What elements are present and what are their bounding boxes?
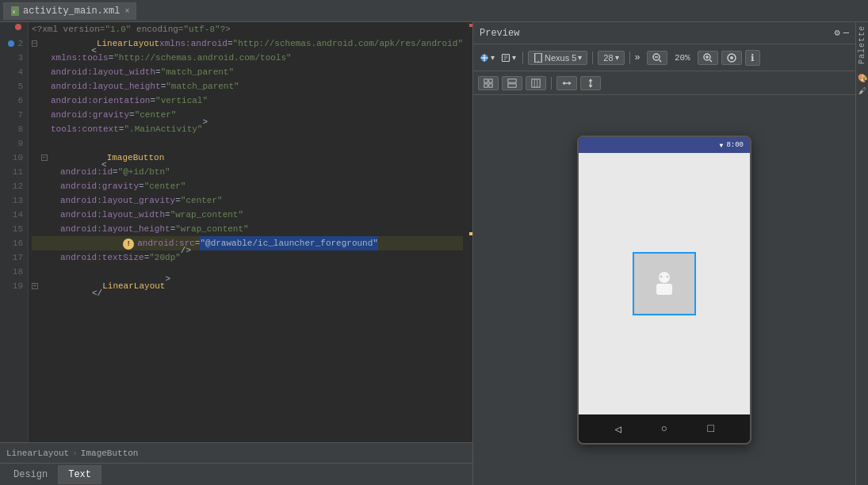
code-line-3: xmlns:tools="http://schemas.android.com/… bbox=[32, 51, 463, 65]
breadcrumb-separator: › bbox=[72, 449, 78, 458]
code-line-13: android:layout_gravity="center" bbox=[32, 193, 463, 208]
breadcrumb-imagebutton[interactable]: ImageButton bbox=[81, 449, 139, 458]
svg-point-33 bbox=[660, 276, 663, 278]
preview-title: Preview bbox=[480, 28, 519, 39]
svg-rect-21 bbox=[532, 78, 540, 86]
svg-line-12 bbox=[709, 59, 712, 62]
device-selector[interactable]: Nexus 5 ▾ bbox=[528, 51, 587, 65]
preview-toolbar-2 bbox=[473, 71, 855, 95]
preview-header: Preview ⚙ — bbox=[473, 22, 855, 44]
line-5: 5 bbox=[5, 79, 23, 94]
line-7: 7 bbox=[5, 108, 23, 122]
editor-area: 1 2 3 4 5 6 7 8 9 10 11 12 13 14 15 bbox=[0, 22, 472, 485]
file-tab[interactable]: X activity_main.xml × bbox=[3, 2, 136, 20]
code-line-4: android:layout_width="match_parent" bbox=[32, 65, 463, 79]
code-line-7: android:gravity="center" bbox=[32, 108, 463, 122]
horizontal-constraint-button[interactable] bbox=[556, 76, 577, 90]
preview-content: ▼ 8:00 bbox=[473, 95, 855, 485]
phone-mockup: ▼ 8:00 bbox=[577, 136, 751, 445]
info-button[interactable]: ℹ bbox=[745, 50, 760, 66]
line-9: 9 bbox=[5, 136, 23, 151]
api-selector[interactable]: 28 ▾ bbox=[598, 51, 624, 65]
line-numbers: 1 2 3 4 5 6 7 8 9 10 11 12 13 14 15 bbox=[0, 22, 29, 442]
editor-breadcrumb: LinearLayout › ImageButton bbox=[0, 442, 472, 463]
device-name: Nexus 5 bbox=[545, 53, 576, 63]
svg-marker-26 bbox=[569, 81, 572, 85]
svg-point-34 bbox=[667, 276, 669, 278]
svg-point-14 bbox=[730, 56, 733, 59]
code-line-10: − <ImageButton bbox=[32, 151, 463, 165]
code-line-5: android:layout_height="match_parent" bbox=[32, 79, 463, 94]
code-content[interactable]: <?xml version="1.0" encoding="utf-8"?> −… bbox=[29, 22, 466, 442]
phone-image-button bbox=[633, 252, 696, 315]
preview-pin-icon[interactable]: — bbox=[843, 28, 849, 39]
line-14: 14 bbox=[5, 208, 23, 222]
line-3: 3 bbox=[5, 51, 23, 65]
palette-sidebar: Palette 🎨 🖌 bbox=[855, 22, 868, 485]
grid-button-2[interactable] bbox=[502, 76, 522, 90]
error-dot-1 bbox=[15, 24, 21, 30]
more-options-icon[interactable]: » bbox=[635, 52, 640, 63]
palette-label: Palette bbox=[858, 25, 866, 64]
zoom-in-button[interactable] bbox=[698, 51, 718, 65]
phone-nav-bar: ◁ ○ □ bbox=[579, 414, 750, 443]
wifi-icon: ▼ bbox=[720, 142, 724, 149]
line-8: 8 bbox=[5, 122, 23, 136]
svg-marker-29 bbox=[588, 85, 592, 87]
breadcrumb-linearlayout[interactable]: LinearLayout bbox=[6, 449, 69, 458]
svg-rect-15 bbox=[484, 78, 488, 82]
fold-icon-19[interactable]: + bbox=[32, 283, 38, 289]
code-line-6: android:orientation="vertical" bbox=[32, 94, 463, 108]
line-10: 10 bbox=[5, 151, 23, 165]
line-12: 12 bbox=[5, 179, 23, 193]
palette-icon-1[interactable]: 🎨 bbox=[858, 74, 867, 83]
right-gutter bbox=[466, 22, 472, 442]
vertical-constraint-button[interactable] bbox=[580, 76, 601, 90]
line-6: 6 bbox=[5, 94, 23, 108]
line-11: 11 bbox=[5, 165, 23, 179]
line-17: 17 bbox=[5, 250, 23, 265]
line-4: 4 bbox=[5, 65, 23, 79]
warning-icon-16: ! bbox=[123, 239, 134, 250]
tab-bar: X activity_main.xml × bbox=[0, 0, 868, 22]
code-line-2: − <LinearLayout xmlns:android="http://sc… bbox=[32, 36, 463, 51]
gutter-error-top bbox=[469, 24, 472, 27]
home-nav-icon: ○ bbox=[661, 422, 667, 435]
fit-screen-button[interactable] bbox=[721, 51, 742, 65]
svg-line-8 bbox=[659, 59, 661, 62]
zoom-out-button[interactable] bbox=[647, 51, 667, 65]
fold-icon-10[interactable]: − bbox=[41, 155, 48, 161]
xml-file-icon: X bbox=[10, 6, 20, 16]
main-content: 1 2 3 4 5 6 7 8 9 10 11 12 13 14 15 bbox=[0, 22, 868, 485]
theme-button[interactable]: ▾ bbox=[478, 52, 496, 64]
phone-status-bar: ▼ 8:00 bbox=[579, 137, 750, 153]
svg-point-5 bbox=[537, 60, 538, 61]
code-line-14: android:layout_width="wrap_content" bbox=[32, 208, 463, 222]
line-18: 18 bbox=[5, 265, 23, 279]
svg-rect-16 bbox=[489, 78, 492, 82]
fold-icon-2[interactable]: − bbox=[32, 40, 37, 47]
line-13: 13 bbox=[5, 193, 23, 208]
tab-text[interactable]: Text bbox=[58, 465, 101, 484]
preview-settings-icon[interactable]: ⚙ bbox=[835, 27, 840, 39]
line-19: 19 bbox=[5, 279, 23, 293]
tab-close-button[interactable]: × bbox=[124, 7, 129, 16]
svg-rect-32 bbox=[656, 284, 672, 295]
toolbar-separator-3 bbox=[629, 52, 630, 64]
back-nav-icon: ◁ bbox=[614, 422, 621, 436]
svg-rect-18 bbox=[489, 83, 492, 86]
code-line-8: tools:context=".MainActivity"> bbox=[32, 122, 463, 136]
toolbar-separator-1 bbox=[522, 52, 523, 64]
tab-design[interactable]: Design bbox=[3, 465, 58, 484]
code-line-19: + </LinearLayout> bbox=[32, 279, 463, 293]
style-button[interactable]: ▾ bbox=[499, 52, 518, 64]
recent-nav-icon: □ bbox=[707, 422, 713, 435]
time-display: 8:00 bbox=[726, 141, 744, 149]
palette-icon-2[interactable]: 🖌 bbox=[858, 86, 866, 96]
code-line-11: android:id="@+id/btn" bbox=[32, 165, 463, 179]
grid-button-1[interactable] bbox=[478, 76, 499, 90]
zoom-level: 20% bbox=[671, 53, 694, 63]
breakpoint-dot-2 bbox=[8, 40, 14, 47]
grid-button-3[interactable] bbox=[526, 76, 546, 90]
toolbar-separator-2 bbox=[592, 52, 593, 64]
